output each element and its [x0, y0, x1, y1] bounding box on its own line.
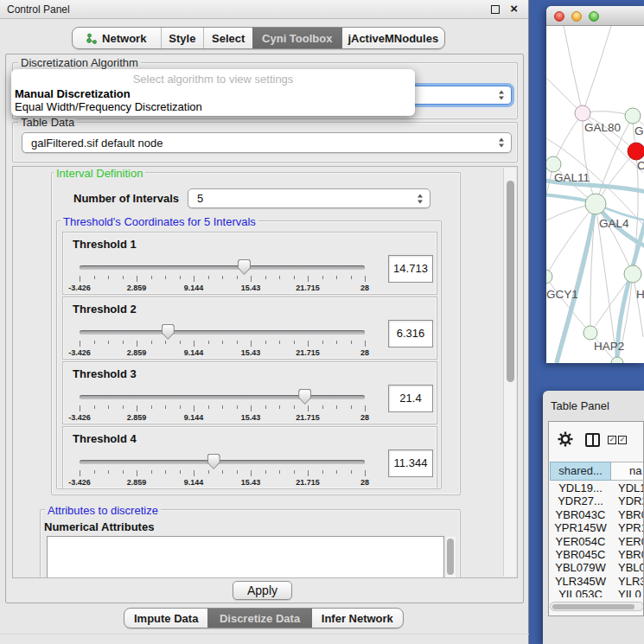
- table-row[interactable]: YER054C YER0: [550, 535, 644, 548]
- settings-panel-scrollbar[interactable]: [503, 168, 516, 577]
- gear-icon[interactable]: [558, 431, 573, 450]
- cell-name[interactable]: YER0: [618, 535, 644, 548]
- table-row[interactable]: YBR045C YBR0: [550, 548, 644, 561]
- threshold-slider[interactable]: -3.4262.8599.14415.4321.71528: [80, 453, 365, 488]
- threshold-value-field[interactable]: 14.713: [388, 255, 433, 283]
- discretization-algorithm-title: Discretization Algorithm: [18, 56, 141, 69]
- cell-shared-name[interactable]: YBR045C: [550, 548, 611, 561]
- slider-track[interactable]: [80, 395, 365, 399]
- cell-name[interactable]: YDR2: [618, 494, 644, 507]
- threshold-value-field[interactable]: 21.4: [388, 385, 433, 412]
- node-h[interactable]: [624, 265, 641, 283]
- tab-style[interactable]: Style: [161, 28, 204, 48]
- table-horizontal-scrollbar[interactable]: [550, 602, 644, 611]
- tab-select[interactable]: Select: [203, 28, 252, 48]
- dropdown-option-equal-width[interactable]: Equal Width/Frequency Discretization: [15, 100, 202, 113]
- close-traffic-light-icon[interactable]: [554, 11, 564, 22]
- cell-shared-name[interactable]: YPR145W: [550, 521, 611, 534]
- slider-tick-labels: -3.4262.8599.14415.4321.71528: [80, 348, 365, 358]
- attributes-list-scrollbar[interactable]: [446, 537, 456, 578]
- cell-shared-name[interactable]: YBL079W: [550, 561, 611, 574]
- label-gal4: GAL4: [599, 217, 629, 230]
- table-row[interactable]: YPR145W YPR1: [550, 521, 644, 534]
- table-row[interactable]: YIL053C YIL0: [550, 588, 644, 597]
- control-panel: Control Panel × Network Style Select Cyn…: [0, 0, 529, 644]
- numerical-attributes-list[interactable]: [47, 536, 444, 578]
- network-canvas[interactable]: GAL80 G C GAL11 GAL4 GCY1 H HAP2: [546, 26, 644, 363]
- node-red-selected[interactable]: [628, 143, 644, 160]
- slider-track[interactable]: [80, 460, 365, 464]
- columns-icon[interactable]: [585, 433, 600, 447]
- node-gal11[interactable]: [546, 156, 561, 172]
- cell-name[interactable]: YPR1: [618, 521, 644, 534]
- scrollbar-thumb[interactable]: [507, 181, 514, 382]
- num-intervals-combobox[interactable]: 5: [188, 188, 430, 208]
- cell-shared-name[interactable]: YLR345W: [550, 575, 611, 588]
- slider-thumb[interactable]: [162, 324, 175, 340]
- attribute-list-item[interactable]: [48, 537, 443, 551]
- apply-button[interactable]: Apply: [233, 581, 292, 600]
- cell-name[interactable]: YDL1: [618, 481, 644, 494]
- cell-name[interactable]: YBL0: [618, 561, 644, 574]
- threshold-slider[interactable]: -3.4262.8599.14415.4321.71528: [80, 258, 365, 293]
- table-row[interactable]: YBL079W YBL0: [550, 561, 644, 574]
- table-row[interactable]: YLR345W YLR3: [550, 575, 644, 588]
- attribute-list-item[interactable]: [48, 551, 443, 564]
- label-gcy1: GCY1: [546, 288, 578, 301]
- tab-impute-data[interactable]: Impute Data: [124, 609, 207, 628]
- threshold-slider[interactable]: -3.4262.8599.14415.4321.71528: [80, 323, 365, 358]
- tab-jactivemnodules[interactable]: jActiveMNodules: [341, 28, 444, 48]
- node-top-right[interactable]: [625, 108, 641, 124]
- label-c: C: [637, 159, 644, 172]
- threshold-label: Threshold 3: [73, 367, 137, 380]
- node-gal4[interactable]: [585, 194, 606, 214]
- slider-tick-labels: -3.4262.8599.14415.4321.71528: [80, 284, 365, 293]
- network-window-titlebar[interactable]: [546, 6, 644, 26]
- threshold-value-field[interactable]: 6.316: [388, 320, 433, 348]
- tab-network[interactable]: Network: [73, 28, 161, 48]
- zoom-traffic-light-icon[interactable]: [589, 11, 599, 22]
- slider-track[interactable]: [80, 265, 365, 270]
- table-row[interactable]: YBR043C YBR0: [550, 508, 644, 521]
- threshold-box: Threshold 2 -3.4262.8599.14415.4321.7152…: [62, 296, 437, 360]
- table-row[interactable]: YDR27... YDR2: [550, 494, 644, 507]
- slider-thumb[interactable]: [238, 259, 251, 275]
- threshold-value-field[interactable]: 11.344: [388, 450, 433, 477]
- cyni-content-frame: Discretization Algorithm Table Data galF…: [5, 54, 524, 603]
- table-data-combobox[interactable]: galFiltered.sif default node: [22, 132, 512, 153]
- slider-track[interactable]: [80, 330, 365, 335]
- node-hap2[interactable]: [583, 326, 597, 340]
- cell-shared-name[interactable]: YER054C: [550, 535, 611, 548]
- tab-network-label: Network: [102, 32, 146, 45]
- float-window-icon[interactable]: [491, 5, 500, 14]
- tab-cyni-toolbox[interactable]: Cyni Toolbox: [252, 28, 341, 48]
- column-header-name[interactable]: na: [611, 462, 644, 481]
- node-gcy1[interactable]: [546, 270, 552, 284]
- scrollbar-thumb[interactable]: [552, 604, 634, 610]
- cell-name[interactable]: YBR0: [618, 548, 644, 561]
- column-header-shared[interactable]: shared...: [550, 462, 611, 481]
- slider-thumb[interactable]: [207, 454, 220, 469]
- tab-infer-network[interactable]: Infer Network: [311, 609, 403, 628]
- checkbox-icon[interactable]: ✓: [618, 436, 627, 444]
- cell-shared-name[interactable]: YBR043C: [550, 508, 611, 521]
- combobox-arrows-icon: [499, 91, 505, 100]
- cell-shared-name[interactable]: YIL053C: [550, 588, 611, 597]
- cell-name[interactable]: YIL0: [618, 588, 641, 597]
- top-tab-bar: Network Style Select Cyni Toolbox jActiv…: [72, 27, 445, 49]
- cell-shared-name[interactable]: YDR27...: [550, 494, 611, 507]
- cell-name[interactable]: YLR3: [618, 575, 644, 588]
- close-icon[interactable]: ×: [510, 1, 518, 16]
- attribute-list-item[interactable]: [48, 564, 443, 578]
- threshold-slider[interactable]: -3.4262.8599.14415.4321.71528: [80, 388, 365, 423]
- slider-thumb[interactable]: [298, 389, 311, 405]
- dropdown-option-manual[interactable]: Manual Discretization: [15, 87, 131, 100]
- cell-name[interactable]: YBR0: [618, 508, 644, 521]
- node-gal80[interactable]: [575, 105, 590, 121]
- tab-discretize-data[interactable]: Discretize Data: [207, 609, 310, 628]
- table-row[interactable]: YDL19... YDL1: [550, 481, 644, 494]
- minimize-traffic-light-icon[interactable]: [571, 11, 582, 22]
- checkbox-icon[interactable]: ✓: [608, 436, 616, 444]
- settings-scroll-panel: Interval Definition Number of Intervals …: [12, 166, 518, 578]
- cell-shared-name[interactable]: YDL19...: [550, 481, 611, 494]
